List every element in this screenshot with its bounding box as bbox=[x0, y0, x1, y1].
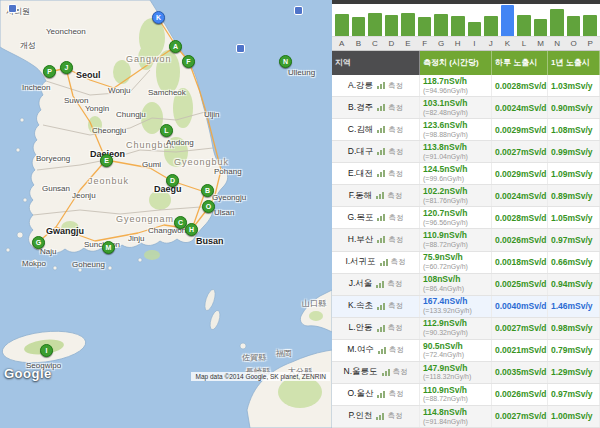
chart-bar-p[interactable] bbox=[583, 15, 597, 36]
measure-link[interactable]: 측정 bbox=[387, 411, 402, 421]
daily-exposure-value: 0.0040mSv/d bbox=[495, 301, 544, 311]
city-label: I.서귀포 bbox=[345, 256, 375, 268]
chart-bars bbox=[332, 4, 600, 36]
measure-link[interactable]: 측정 bbox=[388, 103, 403, 113]
axis-label-j: J bbox=[484, 37, 498, 50]
axis-label-l: L bbox=[517, 37, 531, 50]
mini-chart-icon[interactable] bbox=[376, 413, 384, 420]
map-marker-h[interactable]: H bbox=[185, 223, 198, 236]
axis-label-g: G bbox=[434, 37, 448, 50]
city-label: M.여수 bbox=[347, 344, 373, 356]
measure-link[interactable]: 측정 bbox=[388, 81, 403, 91]
map-marker-o[interactable]: O bbox=[202, 200, 215, 213]
map-marker-f[interactable]: F bbox=[182, 55, 195, 68]
korea-map[interactable]: 사리원개성YeoncheonSeoulIncheonSuwonYonginGan… bbox=[0, 0, 332, 428]
mini-chart-icon[interactable] bbox=[377, 148, 385, 155]
map-marker-i[interactable]: I bbox=[40, 344, 53, 357]
daily-exposure-value: 0.0035mSv/d bbox=[495, 367, 544, 377]
axis-label-h: H bbox=[451, 37, 465, 50]
measure-link[interactable]: 측정 bbox=[388, 125, 403, 135]
chart-bar-h[interactable] bbox=[451, 16, 465, 36]
chart-bar-i[interactable] bbox=[468, 22, 482, 36]
chart-bar-o[interactable] bbox=[567, 16, 581, 36]
axis-label-p: P bbox=[583, 37, 597, 50]
measure-link[interactable]: 측정 bbox=[389, 345, 404, 355]
chart-bar-b[interactable] bbox=[352, 17, 366, 36]
chart-bar-g[interactable] bbox=[434, 14, 448, 36]
measurement-sub-value: (=133.92nGy/h) bbox=[423, 307, 488, 315]
measure-link[interactable]: 측정 bbox=[387, 191, 402, 201]
chart-bar-l[interactable] bbox=[517, 15, 531, 36]
mini-chart-icon[interactable] bbox=[377, 170, 385, 177]
map-marker-m[interactable]: M bbox=[102, 241, 115, 254]
mini-chart-icon[interactable] bbox=[377, 303, 385, 310]
chart-bar-k[interactable] bbox=[501, 5, 515, 36]
map-marker-g[interactable]: G bbox=[32, 236, 45, 249]
chart-bar-f[interactable] bbox=[418, 17, 432, 36]
daily-exposure-value: 0.0028mSv/d bbox=[495, 213, 544, 223]
map-marker-l[interactable]: L bbox=[160, 124, 173, 137]
yearly-exposure-value: 1.00mSv/y bbox=[551, 411, 596, 421]
measurement-sub-value: (=98.88nGy/h) bbox=[423, 131, 488, 139]
mini-chart-icon[interactable] bbox=[377, 126, 385, 133]
measure-link[interactable]: 측정 bbox=[388, 213, 403, 223]
yearly-exposure-value: 0.99mSv/y bbox=[551, 147, 596, 157]
yearly-exposure-value: 1.46mSv/y bbox=[551, 301, 596, 311]
chart-bar-m[interactable] bbox=[534, 19, 548, 36]
measure-link[interactable]: 측정 bbox=[388, 389, 403, 399]
table-row-p: P.인천측정114.8nSv/h(=91.84nGy/h)0.0027mSv/d… bbox=[332, 406, 600, 428]
yearly-exposure-value: 0.66mSv/y bbox=[551, 257, 596, 267]
mini-chart-icon[interactable] bbox=[377, 325, 385, 332]
chart-bar-a[interactable] bbox=[335, 14, 349, 36]
measurement-value: 102.2nSv/h bbox=[423, 187, 488, 197]
measure-link[interactable]: 측정 bbox=[393, 367, 408, 377]
mini-chart-icon[interactable] bbox=[377, 104, 385, 111]
measure-link[interactable]: 측정 bbox=[387, 279, 402, 289]
chart-bar-n[interactable] bbox=[550, 9, 564, 36]
yearly-exposure-value: 0.97mSv/y bbox=[551, 235, 596, 245]
mini-chart-icon[interactable] bbox=[377, 236, 385, 243]
chart-bar-c[interactable] bbox=[368, 13, 382, 36]
map-marker-e[interactable]: E bbox=[100, 154, 113, 167]
mini-chart-icon[interactable] bbox=[377, 214, 385, 221]
measurement-sub-value: (=91.04nGy/h) bbox=[423, 153, 488, 161]
measure-link[interactable]: 측정 bbox=[388, 235, 403, 245]
mini-chart-icon[interactable] bbox=[382, 369, 390, 376]
map-marker-n[interactable]: N bbox=[279, 55, 292, 68]
map-marker-b[interactable]: B bbox=[201, 184, 214, 197]
map-marker-k[interactable]: K bbox=[152, 11, 165, 24]
city-label: B.경주 bbox=[348, 102, 373, 114]
mini-chart-icon[interactable] bbox=[378, 347, 386, 354]
map-marker-j[interactable]: J bbox=[60, 61, 73, 74]
header-yearly-exposure: 1년 노출시 bbox=[548, 51, 600, 75]
map-attribution: Map data ©2014 Google, SK planet, ZENRIN bbox=[191, 372, 330, 381]
map-marker-p[interactable]: P bbox=[43, 65, 56, 78]
chart-bar-j[interactable] bbox=[484, 16, 498, 36]
measure-link[interactable]: 측정 bbox=[388, 323, 403, 333]
measurement-value: 110.9nSv/h bbox=[423, 231, 488, 241]
daily-exposure-value: 0.0024mSv/d bbox=[495, 191, 544, 201]
axis-label-a: A bbox=[335, 37, 349, 50]
measure-link[interactable]: 측정 bbox=[388, 301, 403, 311]
mini-chart-icon[interactable] bbox=[380, 259, 388, 266]
map-marker-d[interactable]: D bbox=[166, 174, 179, 187]
table-row-l: L.안동측정112.9nSv/h(=90.32nGy/h)0.0027mSv/d… bbox=[332, 318, 600, 340]
mini-chart-icon[interactable] bbox=[376, 281, 384, 288]
measure-link[interactable]: 측정 bbox=[391, 257, 406, 267]
mini-chart-icon[interactable] bbox=[377, 82, 385, 89]
mini-chart-icon[interactable] bbox=[377, 391, 385, 398]
yearly-exposure-value: 1.05mSv/y bbox=[551, 213, 596, 223]
mini-chart-icon[interactable] bbox=[376, 192, 384, 199]
map-marker-a[interactable]: A bbox=[169, 40, 182, 53]
table-row-j: J.서울측정108nSv/h(=86.4nGy/h)0.0025mSv/d0.9… bbox=[332, 274, 600, 296]
measure-link[interactable]: 측정 bbox=[388, 147, 403, 157]
measurement-value: 167.4nSv/h bbox=[423, 297, 488, 307]
route-shield-icon bbox=[236, 44, 245, 53]
measurement-value: 103.1nSv/h bbox=[423, 99, 488, 109]
table-row-e: E.대전측정124.5nSv/h(=99.6nGy/h)0.0029mSv/d1… bbox=[332, 163, 600, 185]
measure-link[interactable]: 측정 bbox=[388, 169, 403, 179]
city-label: G.목포 bbox=[348, 212, 374, 224]
chart-category-axis: ABCDEFGHIJKLMNOP bbox=[332, 36, 600, 51]
chart-bar-e[interactable] bbox=[401, 13, 415, 36]
chart-bar-d[interactable] bbox=[385, 15, 399, 36]
